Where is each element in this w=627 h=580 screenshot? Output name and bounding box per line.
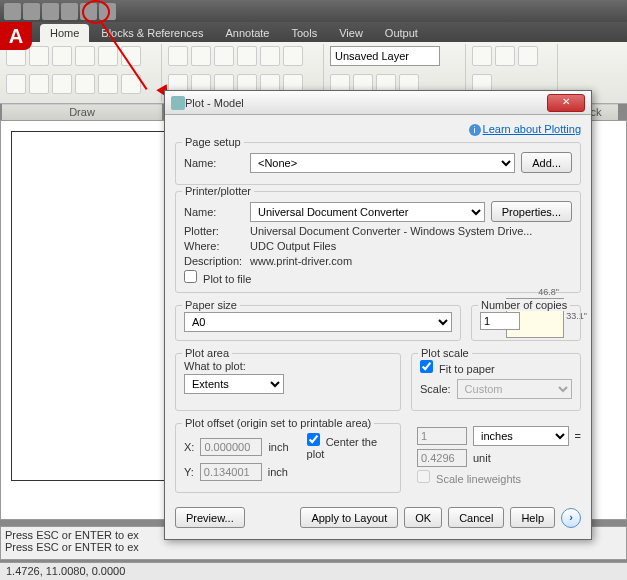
tab-annotate[interactable]: Annotate bbox=[215, 24, 279, 42]
app-logo[interactable]: A bbox=[0, 22, 32, 50]
tab-view[interactable]: View bbox=[329, 24, 373, 42]
fillet-icon[interactable] bbox=[283, 46, 303, 66]
y-input[interactable] bbox=[200, 463, 262, 481]
copies-group: Number of copies bbox=[471, 305, 581, 341]
printer-legend: Printer/plotter bbox=[182, 185, 254, 197]
copies-input[interactable] bbox=[480, 312, 520, 330]
plot-scale-legend: Plot scale bbox=[418, 347, 472, 359]
description-value: www.print-driver.com bbox=[250, 255, 572, 267]
table-icon[interactable] bbox=[98, 74, 118, 94]
printer-name-combo[interactable]: Universal Document Converter bbox=[250, 202, 485, 222]
panel-label-draw: Draw bbox=[2, 104, 162, 120]
dialog-body: i Learn about Plotting Page setup Name: … bbox=[165, 115, 591, 536]
scale-units-area: inches = unit Scale lineweights bbox=[411, 417, 581, 499]
quick-access-toolbar bbox=[0, 0, 627, 22]
page-setup-name-label: Name: bbox=[184, 157, 244, 169]
leader-icon[interactable] bbox=[518, 46, 538, 66]
help-button[interactable]: Help bbox=[510, 507, 555, 528]
plotter-value: Universal Document Converter - Windows S… bbox=[250, 225, 572, 237]
cancel-button[interactable]: Cancel bbox=[448, 507, 504, 528]
what-to-plot-label: What to plot: bbox=[184, 360, 392, 372]
rect-icon[interactable] bbox=[98, 46, 118, 66]
cmd-line-2: Press ESC or ENTER to ex bbox=[5, 541, 622, 553]
scale-unit1-input bbox=[417, 427, 467, 445]
dim-icon[interactable] bbox=[495, 46, 515, 66]
description-label: Description: bbox=[184, 255, 244, 267]
paper-size-combo[interactable]: A0 bbox=[184, 312, 452, 332]
printer-name-label: Name: bbox=[184, 206, 244, 218]
plot-offset-legend: Plot offset (origin set to printable are… bbox=[182, 417, 374, 429]
rotate-icon[interactable] bbox=[214, 46, 234, 66]
y-label: Y: bbox=[184, 466, 194, 478]
qat-print-icon[interactable] bbox=[61, 3, 78, 20]
x-unit: inch bbox=[268, 441, 288, 453]
x-input[interactable] bbox=[200, 438, 262, 456]
paper-size-group: Paper size A0 bbox=[175, 305, 461, 341]
fit-to-paper-checkbox[interactable]: Fit to paper bbox=[420, 363, 495, 375]
hatch-icon[interactable] bbox=[6, 74, 26, 94]
center-plot-checkbox[interactable]: Center the plot bbox=[307, 433, 392, 460]
polyline-icon[interactable] bbox=[29, 46, 49, 66]
qat-redo-icon[interactable] bbox=[99, 3, 116, 20]
plotter-label: Plotter: bbox=[184, 225, 244, 237]
dialog-titlebar[interactable]: Plot - Model ✕ bbox=[165, 91, 591, 115]
close-button[interactable]: ✕ bbox=[547, 94, 585, 112]
what-to-plot-combo[interactable]: Extents bbox=[184, 374, 284, 394]
dialog-icon bbox=[171, 96, 185, 110]
qat-open-icon[interactable] bbox=[23, 3, 40, 20]
y-unit: inch bbox=[268, 466, 288, 478]
trim-icon[interactable] bbox=[237, 46, 257, 66]
qat-undo-icon[interactable] bbox=[80, 3, 97, 20]
info-icon: i bbox=[469, 124, 481, 136]
layer-combo[interactable]: Unsaved Layer bbox=[330, 46, 440, 66]
arc-icon[interactable] bbox=[75, 46, 95, 66]
equals-label: = bbox=[575, 430, 581, 442]
learn-plotting-link[interactable]: Learn about Plotting bbox=[483, 123, 581, 135]
printer-properties-button[interactable]: Properties... bbox=[491, 201, 572, 222]
plot-offset-group: Plot offset (origin set to printable are… bbox=[175, 423, 401, 493]
plot-area-legend: Plot area bbox=[182, 347, 232, 359]
paper-size-legend: Paper size bbox=[182, 299, 240, 311]
tab-output[interactable]: Output bbox=[375, 24, 428, 42]
scale-combo: Custom bbox=[457, 379, 572, 399]
qat-save-icon[interactable] bbox=[42, 3, 59, 20]
apply-layout-button[interactable]: Apply to Layout bbox=[300, 507, 398, 528]
ribbon-tabs: Home Blocks & References Annotate Tools … bbox=[0, 22, 627, 42]
point-icon[interactable] bbox=[52, 74, 72, 94]
page-setup-name-combo[interactable]: <None> bbox=[250, 153, 515, 173]
x-label: X: bbox=[184, 441, 194, 453]
dialog-title: Plot - Model bbox=[185, 97, 547, 109]
where-value: UDC Output Files bbox=[250, 240, 572, 252]
plot-scale-group: Plot scale Fit to paper Scale: Custom bbox=[411, 353, 581, 411]
scale-unit2-input bbox=[417, 449, 467, 467]
scale-lineweights-checkbox[interactable]: Scale lineweights bbox=[417, 473, 521, 485]
plot-area-group: Plot area What to plot: Extents bbox=[175, 353, 401, 411]
plot-dialog: Plot - Model ✕ i Learn about Plotting Pa… bbox=[164, 90, 592, 540]
mirror-icon[interactable] bbox=[260, 46, 280, 66]
add-page-setup-button[interactable]: Add... bbox=[521, 152, 572, 173]
region-icon[interactable] bbox=[75, 74, 95, 94]
status-bar: 1.4726, 11.0080, 0.0000 bbox=[0, 562, 627, 580]
ok-button[interactable]: OK bbox=[404, 507, 442, 528]
spline-icon[interactable] bbox=[29, 74, 49, 94]
move-icon[interactable] bbox=[168, 46, 188, 66]
preview-button[interactable]: Preview... bbox=[175, 507, 245, 528]
qat-new-icon[interactable] bbox=[4, 3, 21, 20]
unit2-label: unit bbox=[473, 452, 491, 464]
expand-button[interactable]: › bbox=[561, 508, 581, 528]
page-setup-group: Page setup Name: <None> Add... bbox=[175, 142, 581, 185]
copy-icon[interactable] bbox=[191, 46, 211, 66]
printer-group: Printer/plotter Name: Universal Document… bbox=[175, 191, 581, 293]
page-setup-legend: Page setup bbox=[182, 136, 244, 148]
scale-unit-combo[interactable]: inches bbox=[473, 426, 569, 446]
circle-icon[interactable] bbox=[52, 46, 72, 66]
tab-home[interactable]: Home bbox=[40, 24, 89, 42]
plot-to-file-checkbox[interactable]: Plot to file bbox=[184, 270, 251, 285]
ribbon-panel-draw bbox=[2, 44, 162, 101]
copies-legend: Number of copies bbox=[478, 299, 570, 311]
dialog-button-row: Preview... Apply to Layout OK Cancel Hel… bbox=[175, 507, 581, 528]
scale-label: Scale: bbox=[420, 383, 451, 395]
where-label: Where: bbox=[184, 240, 244, 252]
tab-tools[interactable]: Tools bbox=[282, 24, 328, 42]
text-a-icon[interactable] bbox=[472, 46, 492, 66]
